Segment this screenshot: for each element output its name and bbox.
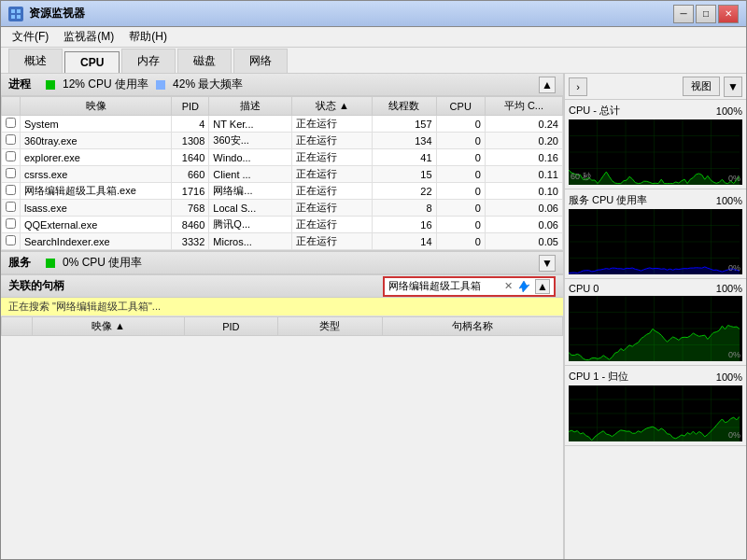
table-row[interactable]: 360tray.exe 1308 360安... 正在运行 134 0 0.20 [2,133,563,149]
table-row[interactable]: lsass.exe 768 Local S... 正在运行 8 0 0.06 [2,200,563,217]
table-row[interactable]: QQExternal.exe 8460 腾讯Q... 正在运行 16 0 0.0… [2,217,563,233]
col-avg[interactable]: 平均 C... [485,97,562,116]
title-bar: 资源监视器 ─ □ ✕ [1,1,746,27]
row-image: csrss.exe [21,166,172,183]
menu-help[interactable]: 帮助(H) [121,27,175,47]
row-check[interactable] [2,217,21,233]
col-check [2,97,21,116]
tab-memory[interactable]: 内存 [121,49,176,73]
maximize-button[interactable]: □ [696,5,716,23]
tab-disk[interactable]: 磁盘 [177,49,232,73]
row-cpu: 0 [436,183,485,200]
menu-bar: 文件(F) 监视器(M) 帮助(H) [1,27,746,48]
service-section-header[interactable]: 服务 0% CPU 使用率 ▼ [1,252,563,274]
process-section-header[interactable]: 进程 12% CPU 使用率 42% 最大频率 ▲ [1,74,563,96]
chart-cpu1: CPU 1 - 归位 100% 0% [565,366,746,446]
row-image: 360tray.exe [21,133,172,149]
view-label-btn[interactable]: 视图 [683,77,720,96]
row-threads: 16 [373,217,436,233]
row-pid: 8460 [172,217,209,233]
main-content: 进程 12% CPU 使用率 42% 最大频率 ▲ 映像 [1,74,746,559]
process-table: 映像 PID 描述 状态 ▲ 线程数 CPU 平均 C... System [1,96,563,250]
right-expand-btn[interactable]: › [569,77,587,96]
row-check[interactable] [2,116,21,133]
process-table-body: System 4 NT Ker... 正在运行 157 0 0.24 360tr… [2,116,563,250]
process-table-container[interactable]: 映像 PID 描述 状态 ▲ 线程数 CPU 平均 C... System [1,96,563,251]
row-cpu: 0 [436,166,485,183]
col-cpu[interactable]: CPU [436,97,485,116]
table-row[interactable]: explorer.exe 1640 Windo... 正在运行 41 0 0.1… [2,149,563,166]
close-button[interactable]: ✕ [718,5,739,23]
row-cpu: 0 [436,149,485,166]
table-row[interactable]: csrss.exe 660 Client ... 正在运行 15 0 0.11 [2,166,563,183]
handle-col-image[interactable]: 映像 ▲ [32,317,184,336]
row-pid: 3332 [172,233,209,250]
process-status: 12% CPU 使用率 42% 最大频率 [46,77,243,92]
row-check[interactable] [2,233,21,250]
handle-col-name[interactable]: 句柄名称 [383,317,563,336]
row-check[interactable] [2,200,21,217]
chart-cpu-total: CPU - 总计 100% 60 秒 0% [565,100,746,189]
row-image: SearchIndexer.exe [21,233,172,250]
chart-cpu0-header: CPU 0 100% [569,283,742,294]
row-threads: 157 [373,116,436,133]
chart-cpu1-pct: 100% [716,371,742,383]
col-pid[interactable]: PID [172,97,209,116]
chart-cpu1-title: CPU 1 - 归位 [569,370,628,384]
table-row[interactable]: 网络编辑超级工具箱.exe 1716 网络编... 正在运行 22 0 0.10 [2,183,563,200]
col-image[interactable]: 映像 [21,97,172,116]
view-dropdown-btn[interactable]: ▼ [724,77,742,97]
row-avg: 0.06 [485,217,562,233]
chart-cpu0-area: 0% [569,296,742,361]
row-status: 正在运行 [292,233,373,250]
row-avg: 0.05 [485,233,562,250]
menu-monitor[interactable]: 监视器(M) [56,27,121,47]
tab-cpu[interactable]: CPU [64,51,120,73]
handle-col-pid[interactable]: PID [185,317,277,336]
row-status: 正在运行 [292,200,373,217]
row-image: explorer.exe [21,149,172,166]
chart-cpu1-area: 0% [569,385,742,441]
row-check[interactable] [2,149,21,166]
row-pid: 660 [172,166,209,183]
search-clear-btn[interactable]: ✕ [504,280,513,292]
chart-cpu-total-pct: 100% [716,105,742,117]
chart-60s-label: 60 秒 [571,171,591,183]
table-row[interactable]: System 4 NT Ker... 正在运行 157 0 0.24 [2,116,563,133]
chart-service-cpu: 服务 CPU 使用率 100% 0% [565,189,746,279]
table-row[interactable]: SearchIndexer.exe 3332 Micros... 正在运行 14… [2,233,563,250]
handle-table-container[interactable]: 映像 ▲ PID 类型 句柄名称 [1,316,563,559]
row-avg: 0.06 [485,200,562,217]
tab-overview[interactable]: 概述 [8,49,63,73]
menu-file[interactable]: 文件(F) [5,27,56,47]
chart-cpu0-title: CPU 0 [569,283,599,294]
row-pid: 768 [172,200,209,217]
service-expand-btn[interactable]: ▼ [539,255,556,272]
chart-service-cpu-title: 服务 CPU 使用率 [569,193,647,207]
cpu-status-dot [46,80,55,90]
minimize-button[interactable]: ─ [673,5,694,23]
right-panel: › 视图 ▼ CPU - 总计 100% 60 秒 0% [564,74,746,559]
row-check[interactable] [2,133,21,149]
handle-expand-btn[interactable]: ▲ [535,279,550,294]
chart-service-cpu-header: 服务 CPU 使用率 100% [569,193,742,207]
search-flash-btn[interactable] [516,279,531,294]
row-check[interactable] [2,166,21,183]
col-threads[interactable]: 线程数 [373,97,436,116]
search-box: ✕ ▲ [383,276,556,297]
col-desc[interactable]: 描述 [209,97,292,116]
row-avg: 0.10 [485,183,562,200]
main-window: 资源监视器 ─ □ ✕ 文件(F) 监视器(M) 帮助(H) 概述 CPU 内存… [0,0,747,560]
col-status[interactable]: 状态 ▲ [292,97,373,116]
chart-cpu-total-bottom-pct: 0% [728,174,740,183]
handle-col-type[interactable]: 类型 [277,317,383,336]
tab-network[interactable]: 网络 [233,49,288,73]
chart-cpu1-header: CPU 1 - 归位 100% [569,370,742,384]
search-input[interactable] [388,281,500,292]
row-check[interactable] [2,183,21,200]
max-freq-label: 42% 最大频率 [173,77,243,92]
row-pid: 1640 [172,149,209,166]
row-status: 正在运行 [292,217,373,233]
process-expand-btn[interactable]: ▲ [539,77,556,93]
svg-rect-2 [11,15,15,19]
